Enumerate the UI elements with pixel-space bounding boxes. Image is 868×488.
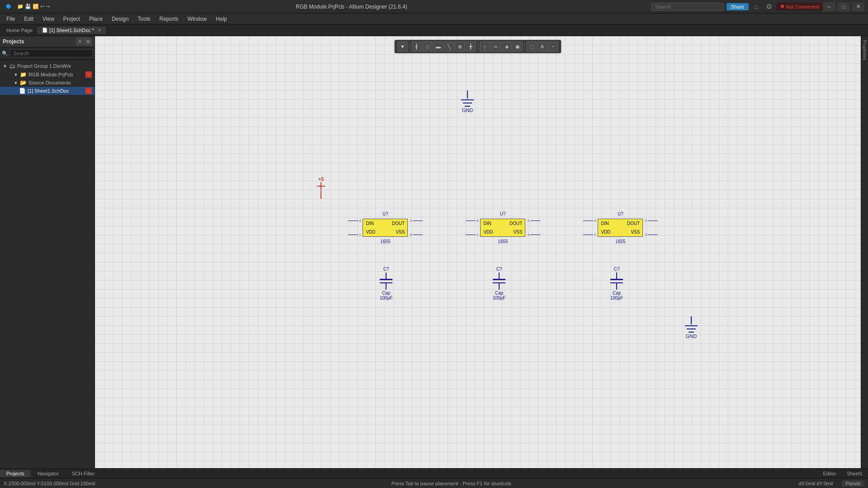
tb-sheet-btn[interactable]: ⬚ — [527, 42, 537, 52]
schematic-canvas-area[interactable]: ▼ ╂ □ ▬ ╲ ⊕ ╋ ↕ ═ ◈ ◉ ⬚ A ~ — [95, 36, 861, 468]
ic2-pin4-line — [466, 221, 476, 221]
tb-bus-btn[interactable]: ▬ — [434, 42, 443, 52]
quick-access-icons: 📁 💾 🔁 ↩ ↪ — [15, 3, 52, 10]
title-search-input[interactable] — [651, 3, 724, 11]
cap1-name: Cap — [382, 291, 390, 296]
ic2-row1: DIN DOUT — [481, 219, 525, 228]
cap2-line-bot — [499, 283, 500, 290]
ic3-body: DIN DOUT VDD VSS — [598, 219, 643, 237]
tree-sheet1[interactable]: 📄 [1] Sheet1.SchDoc ✕ — [0, 87, 94, 95]
ic2-component: U? 4 1 D — [466, 211, 540, 244]
bottom-tab-sch-filter[interactable]: SCH Filter — [66, 470, 102, 477]
menu-design[interactable]: Design — [107, 15, 133, 23]
ic3-dout: DOUT — [627, 221, 640, 226]
ic2-body-wrapper: 4 1 DIN DOUT VDD — [466, 217, 540, 238]
tb-wave-btn[interactable]: ~ — [548, 42, 558, 52]
ic1-row2: VDD VSS — [363, 228, 407, 236]
bottom-right-sheet1[interactable]: Sheet1 — [841, 470, 868, 477]
ic1-pin2-num: 2 — [410, 219, 411, 223]
gnd-stem-bottom — [691, 316, 692, 324]
gnd-line1-top — [461, 99, 474, 100]
menu-edit[interactable]: Edit — [19, 15, 38, 23]
tab-sheet1[interactable]: 📄 [1] Sheet1.SchDoc * ✕ — [38, 27, 106, 34]
ic2-dout: DOUT — [509, 221, 522, 226]
menu-view[interactable]: View — [38, 15, 59, 23]
sheet1-del-btn[interactable]: ✕ — [85, 88, 92, 94]
bottom-right-editor[interactable]: Editor — [817, 470, 841, 477]
ic3-value: 1655 — [615, 239, 625, 244]
tree-source-docs[interactable]: ▼ 📂 Source Documents — [0, 79, 94, 87]
ic2-pin1-num: 1 — [476, 233, 478, 237]
tb-param-btn[interactable]: ◉ — [513, 42, 523, 52]
gnd-line2-top — [463, 103, 472, 103]
ic2-vdd: VDD — [483, 230, 493, 235]
panel-controls: ✕ ⊞ — [76, 38, 92, 45]
power-stem — [321, 191, 321, 199]
ic2-pin2-line — [530, 221, 540, 221]
tb-text-btn[interactable]: A — [538, 42, 547, 52]
bottom-tab-bar: Projects Navigator SCH Filter Editor She… — [0, 468, 868, 478]
tb-noerc-btn[interactable]: ◈ — [502, 42, 512, 52]
ic1-component: U? 4 1 D — [348, 211, 423, 244]
settings-icon[interactable]: ⚙ — [766, 2, 772, 11]
ic2-pins-left: 4 1 — [466, 217, 479, 238]
tb-net-btn[interactable]: ╲ — [444, 42, 454, 52]
cap1-component: C? Cap 100pF — [380, 267, 392, 300]
menu-window[interactable]: Window — [183, 15, 212, 23]
status-coordinates: X:2300.000mil Y:5100.000mil Grid:100mil — [4, 481, 95, 486]
share-button[interactable]: Share — [726, 3, 749, 10]
tree-project-group[interactable]: ▼ 🗂 Project Group 1.DsnWrk — [0, 61, 94, 70]
ic3-pin-spacer-r — [644, 224, 657, 231]
ic3-pin1-line — [583, 235, 593, 235]
rgb-module-del-btn[interactable]: ✕ — [85, 71, 92, 78]
project-icon: 📁 — [20, 71, 27, 78]
minimize-button[interactable]: ─ — [823, 2, 835, 11]
menu-bar: File Edit View Project Place Design Tool… — [0, 14, 868, 24]
panel-expand-btn[interactable]: ⊞ — [85, 38, 92, 45]
menu-tools[interactable]: Tools — [133, 15, 155, 23]
projects-panel: Projects ✕ ⊞ 🔍 ▼ 🗂 Project Group 1.DsnWr… — [0, 36, 95, 468]
panels-button[interactable]: Panels — [842, 480, 864, 487]
ic1-body-wrapper: 4 1 DIN DOUT VDD — [348, 217, 423, 238]
tb-wire-btn[interactable]: ╂ — [412, 42, 422, 52]
tree-rgb-module[interactable]: ▼ 📁 RGB Module.PrjPcb ✕ — [0, 70, 94, 79]
tb-junction-btn[interactable]: ═ — [491, 42, 501, 52]
menu-project[interactable]: Project — [59, 15, 85, 23]
tab-close-icon[interactable]: ✕ — [98, 28, 101, 33]
title-search-area: Share ⌂ ⚙ ✖ Not Connected — [651, 2, 823, 11]
menu-reports[interactable]: Reports — [155, 15, 183, 23]
sheet1-label: [1] Sheet1.SchDoc * — [49, 28, 94, 33]
ic3-pin4-num: 4 — [594, 219, 596, 223]
cap2-ref: C? — [496, 267, 502, 272]
panel-close-btn[interactable]: ✕ — [76, 38, 84, 45]
maximize-button[interactable]: □ — [837, 2, 850, 11]
ic2-pin4-num: 4 — [476, 219, 478, 223]
bottom-tab-projects[interactable]: Projects — [0, 470, 31, 477]
sidebar-search-input[interactable] — [10, 49, 93, 57]
close-button[interactable]: ✕ — [852, 2, 864, 11]
tb-rect-btn[interactable]: □ — [423, 42, 433, 52]
ic1-pin3: 3 — [409, 233, 422, 237]
tb-filter-btn[interactable]: ▼ — [398, 42, 408, 52]
bottom-tab-navigator[interactable]: Navigator — [31, 470, 66, 477]
menu-file[interactable]: File — [2, 15, 19, 23]
tb-comp-btn[interactable]: ⊕ — [455, 42, 465, 52]
power-plus5[interactable]: +5 — [316, 176, 326, 199]
home-icon[interactable]: ⌂ — [754, 3, 759, 11]
tab-home-page[interactable]: Home Page — [2, 27, 38, 34]
schematic-toolbar: ▼ ╂ □ ▬ ╲ ⊕ ╋ ↕ ═ ◈ ◉ ⬚ A ~ — [395, 40, 561, 53]
tb-power-btn[interactable]: ╋ — [466, 42, 476, 52]
tree-rgb-expand-icon: ▼ — [14, 72, 18, 77]
tb-probe-btn[interactable]: ↕ — [480, 42, 490, 52]
ic3-ref: U? — [618, 211, 623, 216]
ic1-pin2-line — [413, 221, 423, 221]
right-panel-tab-properties[interactable]: Properties — [861, 36, 868, 64]
ic2-vss: VSS — [513, 230, 522, 235]
source-docs-expand-icon: ▼ — [14, 80, 18, 85]
schematic-canvas[interactable]: GND +5 U? 4 — [95, 36, 861, 468]
ic3-row1: DIN DOUT — [598, 219, 642, 228]
menu-help[interactable]: Help — [211, 15, 231, 23]
status-bar: X:2300.000mil Y:5100.000mil Grid:100mil … — [0, 478, 868, 488]
menu-place[interactable]: Place — [85, 15, 107, 23]
window-controls[interactable]: ─ □ ✕ — [823, 2, 864, 11]
